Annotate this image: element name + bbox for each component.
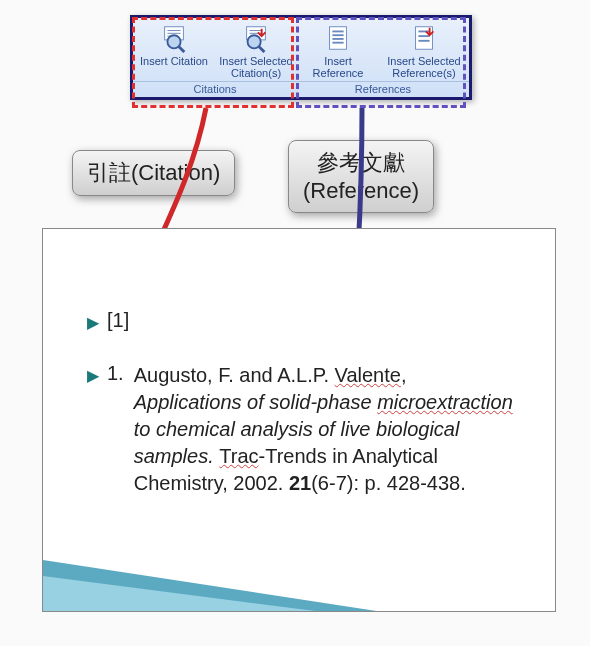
callout-reference: 參考文獻 (Reference) <box>288 140 434 213</box>
insert-citation-icon <box>158 23 190 53</box>
insert-citation-button[interactable]: Insert Citation <box>133 21 215 79</box>
insert-selected-citation-button[interactable]: Insert Selected Citation(s) <box>215 21 297 79</box>
reference-number: 1. <box>107 362 124 385</box>
group-caption-references: References <box>297 81 469 97</box>
ref-volume: 21 <box>289 472 311 494</box>
ribbon-group-citations: Insert Citation Insert Selected Citation… <box>133 18 297 97</box>
bullet-icon: ▶ <box>87 313 99 332</box>
insert-selected-reference-button[interactable]: Insert Selected Reference(s) <box>379 21 469 79</box>
svg-point-9 <box>248 35 261 48</box>
insert-reference-icon <box>322 23 354 53</box>
ribbon: Insert Citation Insert Selected Citation… <box>130 15 472 100</box>
document-page: ▶ [1] ▶ 1. Augusto, F. and A.L.P. Valent… <box>42 228 556 612</box>
reference-body: Augusto, F. and A.L.P. Valente, Applicat… <box>134 362 519 497</box>
ref-title-squiggly: microextraction <box>377 391 513 413</box>
callout-citation: 引註(Citation) <box>72 150 235 196</box>
ref-issue-pages: (6-7): p. 428-438. <box>311 472 466 494</box>
ref-authors-squiggly: Valente <box>335 364 401 386</box>
insert-selected-citation-label: Insert Selected Citation(s) <box>217 55 295 79</box>
reference-line: ▶ 1. Augusto, F. and A.L.P. Valente, App… <box>87 362 519 497</box>
svg-line-10 <box>259 46 265 52</box>
ref-journal-pre: Trac <box>219 445 258 467</box>
ref-authors-pre: Augusto, F. and A.L.P. <box>134 364 335 386</box>
insert-citation-label: Insert Citation <box>140 55 208 67</box>
insert-reference-label: Insert Reference <box>299 55 377 79</box>
svg-line-5 <box>179 46 185 52</box>
group-caption-citations: Citations <box>133 81 297 97</box>
citation-line: ▶ [1] <box>87 309 519 332</box>
ref-title-pre: Applications of solid-phase <box>134 391 377 413</box>
ref-authors-suf: , <box>401 364 407 386</box>
insert-reference-button[interactable]: Insert Reference <box>297 21 379 79</box>
insert-selected-reference-label: Insert Selected Reference(s) <box>381 55 467 79</box>
svg-point-4 <box>167 35 180 48</box>
insert-selected-citation-icon <box>240 23 272 53</box>
ribbon-group-references: Insert Reference Insert Selected Referen… <box>297 18 469 97</box>
accent-triangle-light <box>43 576 323 612</box>
insert-selected-reference-icon <box>408 23 440 53</box>
citation-marker: [1] <box>107 309 129 332</box>
bullet-icon: ▶ <box>87 366 99 385</box>
callout-reference-text: 參考文獻 (Reference) <box>303 150 419 203</box>
callout-citation-text: 引註(Citation) <box>87 160 220 185</box>
